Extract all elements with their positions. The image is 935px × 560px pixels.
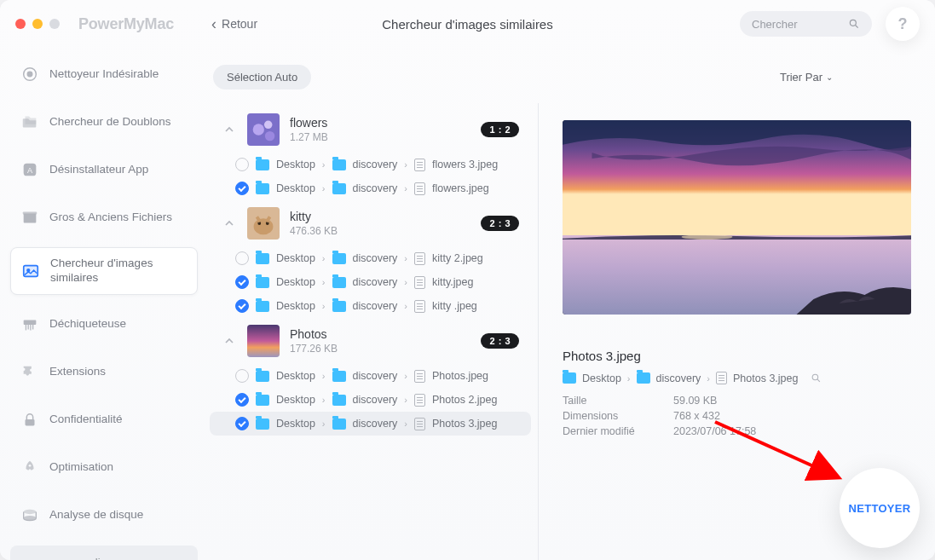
results-list[interactable]: flowers1.27 MB1 : 2Desktop›discovery›flo… — [208, 103, 539, 560]
sidebar: Nettoyeur Indésirable Chercheur de Doubl… — [0, 48, 208, 560]
search-input[interactable] — [752, 18, 837, 31]
file-name: kitty .jpeg — [432, 300, 477, 312]
svg-line-33 — [818, 379, 821, 382]
folder-icon — [256, 301, 269, 312]
sidebar-item-uninstaller[interactable]: A Désinstallateur App — [10, 152, 198, 188]
auto-select-button[interactable]: Sélection Auto — [213, 65, 311, 89]
file-name: Photos 2.jpeg — [432, 394, 497, 406]
collapse-icon[interactable] — [222, 216, 237, 231]
checkbox[interactable] — [235, 369, 249, 383]
meta-modified-value: 2023/07/06 17:58 — [673, 425, 756, 437]
main: Sélection Auto Trier Par ⌄ flowers1.27 M… — [208, 48, 935, 560]
checkbox[interactable] — [235, 158, 249, 171]
reveal-icon[interactable] — [811, 372, 822, 384]
toolbar: Sélection Auto Trier Par ⌄ — [208, 48, 935, 103]
folder-icon — [256, 159, 269, 170]
file-name: Photos 3.jpeg — [432, 418, 497, 430]
group-header[interactable]: flowers1.27 MB1 : 2 — [210, 107, 531, 153]
sidebar-item-extensions[interactable]: Extensions — [10, 355, 198, 390]
folder-icon — [332, 419, 346, 430]
app-window: PowerMyMac ‹ Retour Chercheur d'images s… — [0, 0, 935, 560]
app-icon: A — [20, 160, 39, 179]
folder-icon — [256, 419, 269, 430]
file-row[interactable]: Desktop›discovery›Photos 3.jpeg — [210, 412, 531, 436]
shredder-icon — [20, 315, 39, 334]
sidebar-item-similar-images[interactable]: Chercheur d'images similaires — [10, 247, 198, 295]
svg-point-18 — [24, 509, 37, 514]
sidebar-item-privacy[interactable]: Confidentialité — [10, 402, 198, 438]
sidebar-item-disk-analysis[interactable]: Analyse de disque — [10, 498, 198, 534]
collapse-icon[interactable] — [222, 122, 237, 137]
file-icon — [716, 372, 727, 384]
sidebar-item-duplicates[interactable]: Chercheur de Doublons — [10, 104, 198, 140]
file-row[interactable]: Desktop›discovery›kitty 2.jpeg — [210, 246, 531, 270]
help-button[interactable]: ? — [886, 7, 920, 41]
checkbox[interactable] — [235, 417, 249, 430]
collapse-icon[interactable] — [222, 333, 237, 349]
sidebar-item-large-old[interactable]: Gros & Anciens Fichiers — [10, 199, 198, 235]
svg-text:A: A — [27, 166, 33, 175]
group-name: Photos — [290, 327, 470, 341]
file-name: flowers.jpeg — [432, 182, 489, 194]
file-icon — [414, 418, 425, 430]
folder-icon — [256, 395, 269, 406]
svg-point-32 — [813, 374, 819, 380]
sidebar-item-junk-cleaner[interactable]: Nettoyeur Indésirable — [10, 56, 198, 92]
group-header[interactable]: Photos177.26 KB2 : 3 — [210, 318, 531, 364]
checkbox[interactable] — [235, 182, 249, 195]
svg-point-31 — [682, 234, 733, 240]
app-title: PowerMyMac — [78, 15, 174, 33]
svg-rect-28 — [247, 325, 280, 357]
file-row[interactable]: Desktop›discovery›kitty .jpeg — [210, 294, 531, 318]
svg-point-19 — [24, 516, 37, 521]
meta-dimensions-label: Dimensions — [563, 410, 648, 422]
file-name: flowers 3.jpeg — [432, 159, 498, 170]
target-icon — [20, 65, 39, 84]
minimize-window-icon[interactable] — [32, 19, 43, 29]
svg-point-3 — [27, 72, 32, 77]
back-button[interactable]: ‹ Retour — [211, 15, 257, 33]
sidebar-item-optimization[interactable]: Optimisation — [10, 450, 198, 486]
preview-image — [563, 120, 911, 315]
checkbox[interactable] — [235, 251, 249, 265]
file-row[interactable]: Desktop›discovery›flowers.jpeg — [210, 176, 531, 200]
svg-point-23 — [265, 131, 274, 141]
file-icon — [414, 252, 425, 265]
group-size: 177.26 KB — [290, 343, 470, 355]
meta-size-value: 59.09 KB — [673, 395, 717, 407]
checkbox[interactable] — [235, 299, 249, 313]
group-thumbnail — [247, 325, 280, 357]
svg-rect-11 — [24, 320, 37, 325]
nav: Nettoyeur Indésirable Chercheur de Doubl… — [10, 56, 198, 546]
file-row[interactable]: Desktop›discovery›flowers 3.jpeg — [210, 153, 531, 176]
window-controls — [15, 19, 60, 29]
file-row[interactable]: Desktop›discovery›Photos.jpeg — [210, 364, 531, 388]
svg-point-22 — [264, 121, 273, 130]
group-badge: 2 : 3 — [481, 333, 519, 349]
sort-button[interactable]: Trier Par ⌄ — [780, 71, 833, 84]
svg-rect-16 — [26, 419, 35, 425]
group-badge: 1 : 2 — [481, 122, 519, 137]
group-thumbnail — [247, 207, 280, 240]
group-size: 1.27 MB — [290, 131, 470, 143]
svg-rect-6 — [24, 213, 37, 222]
close-window-icon[interactable] — [15, 19, 26, 29]
body: Nettoyeur Indésirable Chercheur de Doubl… — [0, 48, 935, 560]
detail-meta: Taille59.09 KB Dimensions768 x 432 Derni… — [563, 393, 911, 439]
clean-button[interactable]: NETTOYER — [840, 468, 920, 548]
checkbox[interactable] — [235, 393, 249, 407]
checkbox[interactable] — [235, 275, 249, 289]
file-icon — [414, 300, 425, 313]
file-row[interactable]: Desktop›discovery›Photos 2.jpeg — [210, 388, 531, 412]
group-header[interactable]: kitty476.36 KB2 : 3 — [210, 200, 531, 246]
file-row[interactable]: Desktop›discovery›kitty.jpeg — [210, 270, 531, 294]
svg-point-0 — [850, 20, 856, 26]
search-field[interactable] — [740, 11, 872, 37]
disk-icon — [20, 506, 39, 525]
user-button[interactable]: eliene — [10, 546, 198, 560]
sidebar-item-shredder[interactable]: Déchiqueteuse — [10, 307, 198, 343]
folder-icon — [256, 183, 269, 194]
file-icon — [414, 276, 425, 289]
folders-icon — [20, 113, 39, 131]
maximize-window-icon[interactable] — [49, 19, 60, 29]
